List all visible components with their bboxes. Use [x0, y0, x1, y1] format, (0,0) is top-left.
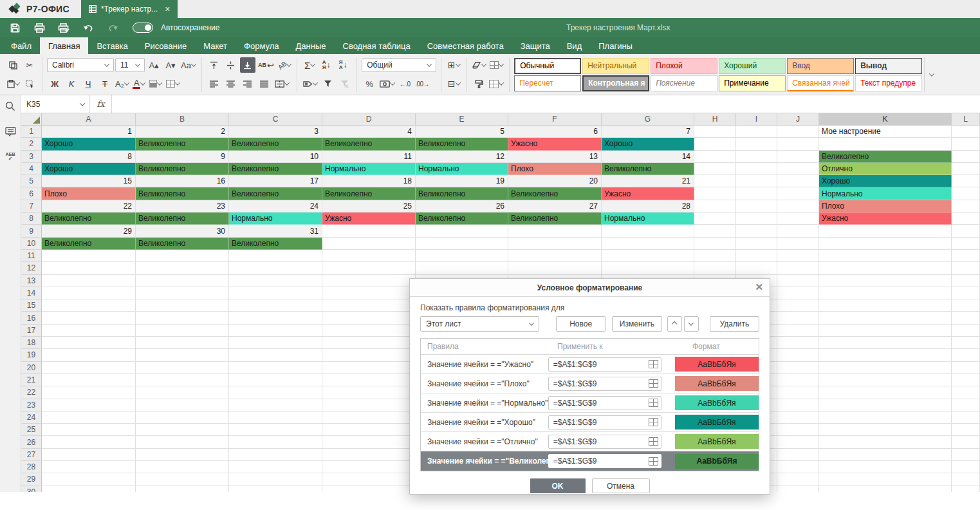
cell-A5[interactable]: 15: [42, 175, 136, 187]
select-range-icon[interactable]: [649, 379, 658, 388]
column-header-H[interactable]: H: [694, 113, 736, 126]
move-rule-up-button[interactable]: [667, 316, 682, 332]
cell-G6[interactable]: Ужасно: [602, 187, 694, 200]
cell-L24[interactable]: [952, 411, 980, 424]
cell-L26[interactable]: [952, 436, 980, 448]
cell-H2[interactable]: [694, 138, 736, 150]
cell-L14[interactable]: [952, 287, 980, 299]
cell-C28[interactable]: [229, 461, 322, 473]
align-bottom-button[interactable]: [240, 57, 255, 73]
cell-B17[interactable]: [136, 325, 229, 337]
cell-K23[interactable]: [819, 399, 952, 411]
rule-range-input[interactable]: =$A$1:$G$9: [548, 396, 661, 410]
cell-A9[interactable]: 29: [42, 225, 136, 237]
save-button[interactable]: [4, 20, 26, 35]
paste-button[interactable]: [5, 76, 21, 91]
row-header-20[interactable]: 20: [21, 362, 42, 374]
dialog-close-icon[interactable]: ✕: [755, 282, 763, 292]
cell-E4[interactable]: Нормально: [416, 163, 508, 175]
cell-C1[interactable]: 3: [229, 126, 322, 138]
cell-H9[interactable]: [694, 225, 736, 237]
menu-tab-защита[interactable]: Защита: [512, 37, 559, 54]
cell-L28[interactable]: [952, 461, 980, 473]
cell-D18[interactable]: [322, 337, 416, 349]
change-case-button[interactable]: Aa: [180, 57, 197, 73]
cell-D8[interactable]: Ужасно: [322, 212, 416, 225]
cell-B19[interactable]: [136, 349, 229, 361]
cell-L22[interactable]: [952, 386, 980, 399]
cell-L3[interactable]: [952, 151, 980, 163]
select-range-icon[interactable]: [649, 437, 658, 446]
cell-A13[interactable]: [42, 275, 136, 287]
cell-K14[interactable]: [819, 287, 952, 299]
row-header-9[interactable]: 9: [21, 225, 42, 237]
cell-A1[interactable]: 1: [42, 126, 136, 138]
cell-B30[interactable]: [136, 486, 229, 492]
rule-row-5[interactable]: Значение ячейки = ="Отлично"=$A$1:$G$9Aa…: [421, 432, 759, 451]
cell-style-хороший[interactable]: Хороший: [719, 58, 786, 74]
cell-D5[interactable]: 18: [322, 175, 416, 187]
cell-L11[interactable]: [952, 250, 980, 262]
cell-K8[interactable]: Ужасно: [819, 212, 952, 225]
cell-K4[interactable]: Отлично: [819, 163, 952, 175]
cell-L18[interactable]: [952, 337, 980, 349]
decrease-decimal-button[interactable]: ←.0: [397, 76, 412, 91]
select-all-corner[interactable]: [21, 113, 42, 126]
row-header-12[interactable]: 12: [21, 262, 42, 274]
menu-tab-макет[interactable]: Макет: [195, 37, 236, 54]
cell-style-нейтральный[interactable]: Нейтральный: [582, 58, 649, 74]
column-header-B[interactable]: B: [136, 113, 229, 126]
menu-tab-рисование[interactable]: Рисование: [136, 37, 195, 54]
row-header-21[interactable]: 21: [21, 374, 42, 386]
increase-font-button[interactable]: A▴: [146, 57, 162, 73]
cell-B20[interactable]: [136, 362, 229, 374]
cell-I8[interactable]: [736, 212, 777, 225]
insert-function-button[interactable]: fx: [90, 95, 112, 113]
cell-G10[interactable]: [602, 238, 694, 250]
cell-K7[interactable]: Плохо: [819, 200, 952, 212]
menu-tab-главная[interactable]: Главная: [40, 37, 88, 54]
cell-K10[interactable]: [819, 238, 952, 250]
rule-range-input[interactable]: =$A$1:$G$9: [548, 415, 661, 430]
cell-J5[interactable]: [777, 175, 819, 187]
cell-B26[interactable]: [136, 436, 229, 448]
cell-L13[interactable]: [952, 275, 980, 287]
cell-J27[interactable]: [777, 449, 819, 461]
row-header-7[interactable]: 7: [21, 200, 42, 212]
cell-C13[interactable]: [229, 275, 322, 287]
cell-I12[interactable]: [736, 262, 777, 274]
cell-B2[interactable]: Великолепно: [136, 138, 229, 150]
strikethrough-button[interactable]: Т: [97, 76, 113, 91]
cell-C25[interactable]: [229, 424, 322, 436]
cell-J4[interactable]: [777, 163, 819, 175]
cell-B24[interactable]: [136, 411, 229, 424]
row-header-22[interactable]: 22: [21, 386, 42, 399]
select-range-icon[interactable]: [649, 399, 658, 407]
cell-J28[interactable]: [777, 461, 819, 473]
cell-J26[interactable]: [777, 436, 819, 448]
column-header-C[interactable]: C: [229, 113, 322, 126]
cell-A26[interactable]: [42, 436, 136, 448]
cell-C12[interactable]: [229, 262, 322, 274]
cell-E8[interactable]: Великолепно: [416, 212, 508, 225]
cell-A2[interactable]: Хорошо: [42, 138, 136, 150]
cell-A25[interactable]: [42, 424, 136, 436]
cell-D9[interactable]: [322, 225, 416, 237]
cell-H5[interactable]: [694, 175, 736, 187]
select-range-icon[interactable]: [649, 418, 658, 426]
cell-D21[interactable]: [322, 374, 416, 386]
cell-L1[interactable]: [952, 126, 980, 138]
cell-style-контрольная-я[interactable]: Контрольная я: [582, 75, 649, 91]
cell-J3[interactable]: [777, 151, 819, 163]
rule-range-input[interactable]: =$A$1:$G$9: [548, 435, 661, 449]
percent-style-button[interactable]: %: [362, 76, 377, 91]
cell-I4[interactable]: [736, 163, 777, 175]
cell-B29[interactable]: [136, 473, 229, 486]
scope-select[interactable]: Этот лист: [420, 316, 539, 332]
cell-L10[interactable]: [952, 238, 980, 250]
delete-cells-button[interactable]: ⊟: [446, 76, 461, 91]
cell-K17[interactable]: [819, 325, 952, 337]
cell-C14[interactable]: [229, 287, 322, 299]
cell-L2[interactable]: [952, 138, 980, 150]
cell-E6[interactable]: Великолепно: [416, 187, 508, 200]
